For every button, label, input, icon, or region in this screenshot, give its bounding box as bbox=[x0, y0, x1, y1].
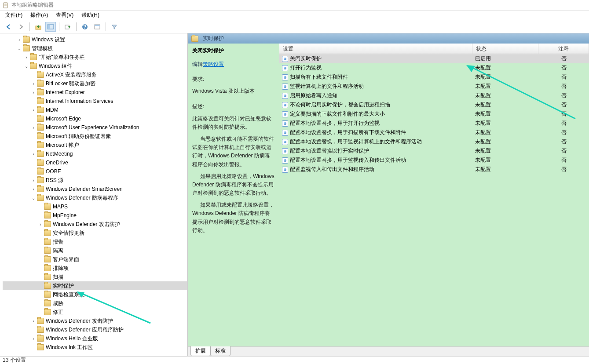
tree-item[interactable]: OneDrive bbox=[3, 158, 187, 167]
tree-item[interactable]: 排除项 bbox=[3, 264, 187, 273]
folder-icon bbox=[37, 116, 44, 122]
list-row[interactable]: 监视计算机上的文件和程序活动未配置否 bbox=[279, 82, 589, 91]
description-text: 如果禁用或未配置此策略设置，Windows Defender 防病毒程序将提示用… bbox=[192, 201, 275, 235]
list-row[interactable]: 配置本地设置替换，用于监视传入和传出文件活动未配置否 bbox=[279, 156, 589, 165]
list-row[interactable]: 关闭实时保护已启用否 bbox=[279, 54, 589, 63]
list-row[interactable]: 启用原始卷写入通知未配置否 bbox=[279, 91, 589, 100]
tree-panel[interactable]: ›Windows 设置 ⌄管理模板 ›"开始"菜单和任务栏 ⌄Windows 组… bbox=[0, 33, 187, 356]
row-state: 未配置 bbox=[475, 166, 491, 173]
tree-item[interactable]: 修正 bbox=[3, 308, 187, 317]
tree-item[interactable]: OOBE bbox=[3, 167, 187, 176]
help-button[interactable]: ? bbox=[80, 22, 90, 32]
column-comment[interactable]: 注释 bbox=[538, 44, 589, 54]
chevron-right-icon[interactable]: › bbox=[17, 37, 22, 42]
chevron-right-icon[interactable]: › bbox=[31, 125, 36, 130]
tree-item[interactable]: 隔离 bbox=[3, 246, 187, 255]
chevron-down-icon[interactable]: ⌄ bbox=[17, 46, 22, 51]
forward-button[interactable] bbox=[16, 22, 26, 32]
menu-help[interactable]: 帮助(H) bbox=[81, 11, 99, 19]
show-hide-tree-button[interactable] bbox=[45, 22, 56, 32]
tree-item[interactable]: ⌄Windows Defender 防病毒程序 bbox=[3, 193, 187, 202]
tree-item[interactable]: ›Windows 设置 bbox=[3, 35, 187, 44]
list-row[interactable]: 不论何时启用实时保护，都会启用进程扫描未配置否 bbox=[279, 100, 589, 109]
folder-icon bbox=[44, 221, 51, 227]
list-row[interactable]: 扫描所有下载文件和附件未配置否 bbox=[279, 73, 589, 82]
list-row[interactable]: 配置本地设置替换，用于监视计算机上的文件和程序活动未配置否 bbox=[279, 137, 589, 146]
tree-item[interactable]: ›NetMeeting bbox=[3, 149, 187, 158]
menu-bar: 文件(F) 操作(A) 查看(V) 帮助(H) bbox=[0, 11, 589, 20]
list-row[interactable]: 配置监视传入和传出文件和程序活动未配置否 bbox=[279, 165, 589, 174]
folder-icon bbox=[37, 124, 44, 131]
tab-standard[interactable]: 标准 bbox=[210, 346, 230, 356]
menu-action[interactable]: 操作(A) bbox=[30, 11, 48, 19]
tree-item[interactable]: ›BitLocker 驱动器加密 bbox=[3, 79, 187, 88]
tree-item[interactable]: ›Internet Explorer bbox=[3, 88, 187, 97]
chevron-down-icon[interactable]: ⌄ bbox=[31, 196, 36, 200]
tree-item[interactable]: Microsoft 帐户 bbox=[3, 141, 187, 149]
chevron-right-icon[interactable]: › bbox=[31, 152, 36, 157]
chevron-right-icon[interactable]: › bbox=[31, 81, 36, 86]
row-comment: 否 bbox=[561, 138, 567, 146]
tree-item[interactable]: ›Windows Defender SmartScreen bbox=[3, 185, 187, 193]
tree-item[interactable]: Internet Information Services bbox=[3, 97, 187, 106]
back-button[interactable] bbox=[4, 22, 14, 32]
tree-item[interactable]: ›Windows Hello 企业版 bbox=[3, 334, 187, 343]
column-state[interactable]: 状态 bbox=[472, 44, 538, 54]
menu-file[interactable]: 文件(F) bbox=[5, 11, 22, 19]
list-row[interactable]: 配置本地设置替换以打开实时保护未配置否 bbox=[279, 146, 589, 156]
edit-policy-link[interactable]: 策略设置 bbox=[203, 61, 224, 67]
tree-item[interactable]: 扫描 bbox=[3, 273, 187, 281]
tree-item[interactable]: ›Microsoft User Experience Virtualizatio… bbox=[3, 123, 187, 132]
tree-item[interactable]: Microsoft Edge bbox=[3, 114, 187, 123]
export-button[interactable] bbox=[62, 22, 73, 32]
tree-item[interactable]: MpEngine bbox=[3, 211, 187, 220]
chevron-right-icon[interactable]: › bbox=[31, 178, 36, 183]
column-setting[interactable]: 设置 bbox=[279, 44, 472, 54]
tree-item[interactable]: ›Windows Defender 攻击防护 bbox=[3, 317, 187, 325]
separator bbox=[59, 22, 59, 31]
tree-item[interactable]: ›"开始"菜单和任务栏 bbox=[3, 53, 187, 62]
properties-button[interactable] bbox=[92, 22, 102, 32]
tree-item[interactable]: ActiveX 安装程序服务 bbox=[3, 70, 187, 79]
tree-item[interactable]: 报告 bbox=[3, 237, 187, 246]
folder-icon bbox=[37, 327, 44, 333]
chevron-right-icon[interactable]: › bbox=[31, 336, 36, 341]
tree-item[interactable]: ›RSS 源 bbox=[3, 176, 187, 185]
chevron-down-icon[interactable]: ⌄ bbox=[24, 64, 29, 69]
policy-icon bbox=[282, 84, 288, 90]
row-state: 未配置 bbox=[475, 110, 491, 118]
tree-item[interactable]: 网络检查系统 bbox=[3, 290, 187, 299]
chevron-right-icon[interactable]: › bbox=[24, 55, 29, 60]
folder-icon bbox=[37, 318, 44, 324]
list-row[interactable]: 配置本地设置替换，用于打开行为监视未配置否 bbox=[279, 119, 589, 128]
tab-extended[interactable]: 扩展 bbox=[190, 346, 211, 356]
up-folder-button[interactable] bbox=[33, 22, 44, 32]
menu-view[interactable]: 查看(V) bbox=[56, 11, 73, 19]
tree-item[interactable]: ›Windows Defender 攻击防护 bbox=[3, 220, 187, 229]
row-comment: 否 bbox=[561, 55, 567, 62]
list-row[interactable]: 定义要扫描的下载文件和附件的最大大小未配置否 bbox=[279, 109, 589, 119]
list-row[interactable]: 打开行为监视未配置否 bbox=[279, 63, 589, 73]
tree-item[interactable]: 威胁 bbox=[3, 299, 187, 308]
folder-icon bbox=[44, 239, 51, 245]
tree-item[interactable]: 安全情报更新 bbox=[3, 229, 187, 237]
tree-item[interactable]: ⌄Windows 组件 bbox=[3, 62, 187, 70]
chevron-right-icon[interactable]: › bbox=[38, 222, 43, 227]
chevron-right-icon[interactable]: › bbox=[31, 108, 36, 113]
tree-item-selected[interactable]: 实时保护 bbox=[3, 281, 187, 290]
chevron-right-icon[interactable]: › bbox=[31, 90, 36, 95]
chevron-right-icon[interactable]: › bbox=[31, 319, 36, 324]
tree-item[interactable]: Microsoft 辅助身份验证因素 bbox=[3, 132, 187, 141]
tree-item[interactable]: Windows Ink 工作区 bbox=[3, 343, 187, 352]
tree-item[interactable]: Windows Defender 应用程序防护 bbox=[3, 325, 187, 334]
filter-button[interactable] bbox=[109, 22, 120, 32]
tree-item[interactable]: 客户端界面 bbox=[3, 255, 187, 264]
folder-icon bbox=[37, 335, 44, 342]
tree-item[interactable]: MAPS bbox=[3, 202, 187, 211]
list-row[interactable]: 配置本地设置替换，用于扫描所有下载文件和附件未配置否 bbox=[279, 128, 589, 137]
tree-item[interactable]: ⌄管理模板 bbox=[3, 44, 187, 53]
row-state: 未配置 bbox=[475, 138, 491, 146]
chevron-right-icon[interactable]: › bbox=[31, 187, 36, 192]
separator bbox=[106, 22, 106, 31]
tree-item[interactable]: ›MDM bbox=[3, 106, 187, 114]
